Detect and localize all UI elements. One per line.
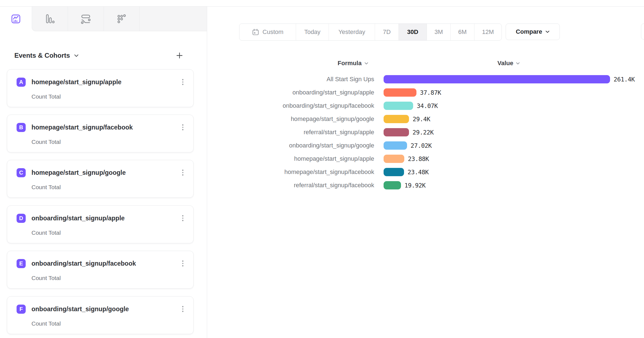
range-12m-button[interactable]: 12M <box>474 24 502 40</box>
bar-value: 23.48K <box>408 169 429 176</box>
value-column-header[interactable]: Value <box>497 58 520 68</box>
bar[interactable] <box>384 181 401 189</box>
compare-button[interactable]: Compare <box>506 23 560 40</box>
tab-insights-line-chart[interactable] <box>0 7 32 31</box>
chevron-down-icon <box>516 62 520 65</box>
bar-category-label: homepage/start_signup/google <box>207 115 374 123</box>
chart-row: All Start Sign Ups 261.4K <box>207 73 644 86</box>
event-card[interactable]: F onboarding/start_signup/google Count T… <box>7 296 194 334</box>
tab-retention[interactable] <box>104 7 140 31</box>
series-badge: C <box>17 168 26 177</box>
bar[interactable] <box>384 102 413 110</box>
event-card[interactable]: B homepage/start_signup/facebook Count T… <box>7 115 194 152</box>
range-label: 3M <box>434 28 443 36</box>
bar-category-label: onboarding/start_signup/facebook <box>207 102 374 109</box>
tabstrip-filler <box>140 7 207 31</box>
event-measure[interactable]: Count Total <box>31 93 61 100</box>
bar[interactable] <box>384 115 409 123</box>
line-chart-icon <box>11 14 21 24</box>
kebab-menu-icon[interactable] <box>179 213 187 223</box>
event-name[interactable]: homepage/start_signup/facebook <box>31 124 179 131</box>
event-measure[interactable]: Count Total <box>31 275 61 281</box>
series-badge: E <box>17 259 26 268</box>
range-label: 7D <box>383 28 390 36</box>
event-name[interactable]: onboarding/start_signup/apple <box>31 215 179 222</box>
chevron-down-icon <box>545 30 550 33</box>
kebab-menu-icon[interactable] <box>179 258 187 269</box>
bar[interactable] <box>384 88 416 97</box>
events-cohorts-header: Events & Cohorts <box>14 49 185 62</box>
range-yesterday-button[interactable]: Yesterday <box>329 24 375 40</box>
events-cohorts-dropdown[interactable]: Events & Cohorts <box>14 52 79 59</box>
inactive-tabs-strip <box>32 7 207 31</box>
bar-chart-icon <box>45 14 55 24</box>
insights-report-app: Events & Cohorts A homepage/start_signup… <box>0 0 644 338</box>
formula-label: Formula <box>338 60 362 67</box>
bar[interactable] <box>384 141 407 150</box>
formula-column-header[interactable]: Formula <box>338 58 368 68</box>
range-label: Today <box>304 28 321 36</box>
bar-category-label: All Start Sign Ups <box>207 76 374 83</box>
range-3m-button[interactable]: 3M <box>427 24 451 40</box>
clipped-edge-button[interactable] <box>641 23 644 39</box>
range-30d-button[interactable]: 30D <box>399 24 427 40</box>
bar[interactable] <box>384 128 409 136</box>
bar-value: 29.4K <box>413 116 430 123</box>
range-6m-button[interactable]: 6M <box>451 24 474 40</box>
bar[interactable] <box>384 168 404 176</box>
bar-category-label: referral/start_signup/apple <box>207 129 374 136</box>
event-name[interactable]: onboarding/start_signup/google <box>31 305 179 313</box>
report-type-tabstrip <box>0 7 207 31</box>
chart-row: onboarding/start_signup/apple 37.87K <box>207 86 644 99</box>
event-card[interactable]: C homepage/start_signup/google Count Tot… <box>7 160 194 198</box>
top-bar <box>0 0 644 7</box>
bar[interactable] <box>384 75 610 83</box>
bar-category-label: onboarding/start_signup/google <box>207 142 374 149</box>
series-badge: B <box>17 123 26 132</box>
chart-row: referral/start_signup/facebook 19.92K <box>207 179 644 192</box>
event-card[interactable]: D onboarding/start_signup/apple Count To… <box>7 205 194 243</box>
chart-row: homepage/start_signup/google 29.4K <box>207 112 644 126</box>
range-custom-button[interactable]: Custom <box>239 24 296 40</box>
tab-flows[interactable] <box>68 7 104 31</box>
kebab-menu-icon[interactable] <box>179 304 187 314</box>
plus-icon <box>176 52 183 59</box>
range-label: 30D <box>407 28 418 36</box>
kebab-menu-icon[interactable] <box>179 77 187 87</box>
series-badge: D <box>17 214 26 223</box>
compare-label: Compare <box>516 28 542 35</box>
bar-value: 27.02K <box>411 142 432 149</box>
bar[interactable] <box>384 155 404 163</box>
bar-category-label: homepage/start_signup/apple <box>207 155 374 162</box>
tab-bar-chart[interactable] <box>32 7 68 31</box>
chart-row: onboarding/start_signup/google 27.02K <box>207 139 644 152</box>
bar-value: 19.92K <box>405 182 426 189</box>
range-label: 6M <box>458 28 467 36</box>
range-7d-button[interactable]: 7D <box>375 24 399 40</box>
event-measure[interactable]: Count Total <box>31 229 61 236</box>
kebab-menu-icon[interactable] <box>179 122 187 133</box>
event-measure[interactable]: Count Total <box>31 320 61 327</box>
event-measure[interactable]: Count Total <box>31 184 61 191</box>
event-name[interactable]: homepage/start_signup/apple <box>31 78 179 86</box>
range-today-button[interactable]: Today <box>296 24 329 40</box>
event-name[interactable]: homepage/start_signup/google <box>31 169 179 176</box>
retention-dots-icon <box>117 14 126 24</box>
chevron-down-icon <box>364 62 368 65</box>
event-card[interactable]: A homepage/start_signup/apple Count Tota… <box>7 69 194 107</box>
event-card[interactable]: E onboarding/start_signup/facebook Count… <box>7 251 194 289</box>
chart-row: referral/start_signup/apple 29.22K <box>207 126 644 139</box>
event-measure[interactable]: Count Total <box>31 139 61 145</box>
bar-value: 34.07K <box>417 102 438 109</box>
series-badge: A <box>17 78 26 87</box>
range-label: Yesterday <box>338 28 365 36</box>
bar-category-label: homepage/start_signup/facebook <box>207 168 374 176</box>
add-event-button[interactable] <box>174 50 185 61</box>
event-name[interactable]: onboarding/start_signup/facebook <box>31 260 179 267</box>
chart-row: homepage/start_signup/facebook 23.48K <box>207 165 644 179</box>
bar-category-label: onboarding/start_signup/apple <box>207 89 374 96</box>
chevron-down-icon <box>74 54 79 57</box>
calendar-icon <box>252 28 259 36</box>
kebab-menu-icon[interactable] <box>179 167 187 178</box>
range-label: Custom <box>263 28 284 36</box>
